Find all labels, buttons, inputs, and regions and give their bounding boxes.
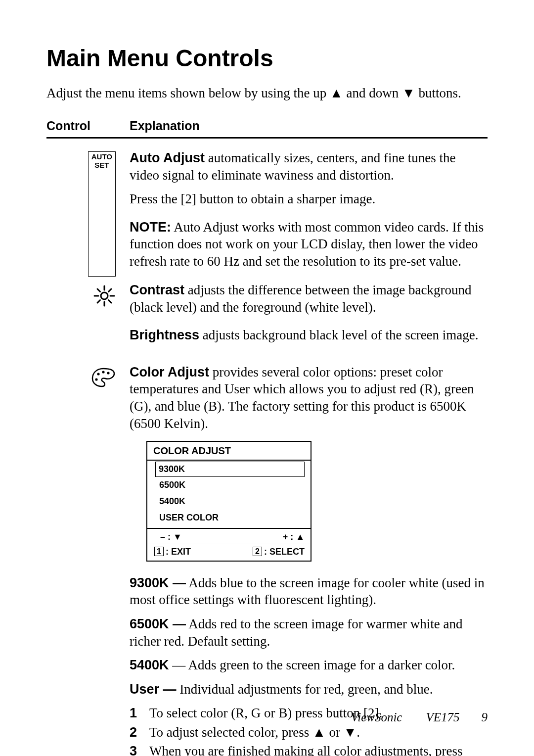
temp-user: User — Individual adjustments for red, g…	[130, 681, 488, 698]
osd-select-label: : SELECT	[264, 547, 305, 557]
auto-note-body: Auto Adjust works with most common video…	[130, 220, 484, 269]
brightness-label: Brightness	[130, 328, 199, 342]
row-color-adjust: Color Adjust provides several color opti…	[46, 364, 488, 756]
temp-6500k-label: 6500K —	[130, 616, 186, 631]
row-auto-adjust: AUTO SET Auto Adjust automatically sizes…	[46, 149, 488, 277]
step-1-text: To select color (R, G or B) press button…	[149, 705, 382, 722]
osd-buttons: 1: EXIT 2: SELECT	[147, 544, 311, 561]
table-header-row: Control Explanation	[46, 119, 488, 139]
auto-note: NOTE: Auto Adjust works with most common…	[130, 219, 488, 270]
svg-point-9	[97, 373, 99, 375]
step-3a: When you are finished making all color a…	[149, 744, 463, 756]
temp-5400k-body: — Adds green to the screen image for a d…	[169, 658, 455, 672]
temp-9300k-label: 9300K —	[130, 575, 186, 590]
col-explanation-head: Explanation	[130, 119, 488, 133]
auto-desc: Auto Adjust automatically sizes, centers…	[130, 149, 488, 184]
svg-line-7	[97, 300, 100, 303]
step-3: When you are finished making all color a…	[130, 743, 488, 756]
footer-brand: ViewSonic	[351, 710, 402, 724]
footer-model: VE175	[426, 710, 459, 724]
temp-6500k: 6500K — Adds red to the screen image for…	[130, 615, 488, 650]
color-label: Color Adjust	[130, 365, 209, 379]
step-2-text: To adjust selected color, press ▲ or ▼.	[149, 724, 360, 741]
osd-item-6500k: 6500K	[156, 477, 305, 493]
osd-list: 9300K 6500K 5400K USER COLOR	[147, 461, 311, 528]
brightness-body: adjusts background black level of the sc…	[199, 328, 479, 342]
svg-point-11	[107, 372, 109, 374]
row-contrast: Contrast adjusts the difference between …	[46, 282, 488, 351]
brightness-desc: Brightness adjusts background black leve…	[130, 327, 488, 344]
autoset-icon: AUTO SET	[88, 151, 116, 277]
temp-user-body: Individual adjustments for red, green, a…	[177, 682, 433, 697]
keycap-2-icon: 2	[253, 547, 262, 556]
osd-item-5400k: 5400K	[156, 493, 305, 510]
autoset-line2: SET	[91, 161, 112, 170]
col-control-head: Control	[46, 119, 130, 133]
osd-exit: 1: EXIT	[154, 546, 191, 558]
palette-icon	[91, 367, 116, 756]
page-title: Main Menu Controls	[46, 45, 488, 72]
page-footer: ViewSonicVE1759	[351, 710, 488, 724]
svg-point-10	[102, 371, 104, 373]
step-2: To adjust selected color, press ▲ or ▼.	[130, 724, 488, 741]
osd-item-user-color: USER COLOR	[156, 510, 305, 526]
auto-label: Auto Adjust	[130, 150, 205, 165]
temp-user-label: User —	[130, 682, 177, 697]
osd-nav-plus: + : ▲	[283, 531, 305, 543]
temp-5400k: 5400K — Adds green to the screen image f…	[130, 657, 488, 674]
osd-nav: – : ▼ + : ▲	[147, 528, 311, 544]
svg-line-8	[109, 289, 112, 292]
auto-press: Press the [2] button to obtain a sharper…	[130, 190, 488, 208]
osd-item-9300k: 9300K	[155, 462, 305, 477]
footer-page-number: 9	[482, 710, 488, 724]
svg-line-6	[109, 300, 112, 303]
brightness-icon	[93, 284, 116, 351]
contrast-desc: Contrast adjusts the difference between …	[130, 282, 488, 316]
intro-text: Adjust the menu items shown below by usi…	[46, 86, 488, 101]
autoset-line1: AUTO	[91, 153, 112, 161]
osd-exit-label: : EXIT	[166, 547, 191, 557]
keycap-1-icon: 1	[154, 547, 164, 556]
svg-line-5	[97, 289, 100, 292]
temp-9300k: 9300K — Adds blue to the screen image fo…	[130, 574, 488, 609]
osd-select: 2: SELECT	[253, 546, 305, 558]
svg-point-0	[101, 292, 108, 299]
osd-nav-minus: – : ▼	[160, 531, 182, 543]
svg-point-12	[95, 378, 97, 380]
osd-title: COLOR ADJUST	[147, 442, 311, 461]
color-desc: Color Adjust provides several color opti…	[130, 364, 488, 432]
contrast-label: Contrast	[130, 283, 184, 297]
osd-color-adjust: COLOR ADJUST 9300K 6500K 5400K USER COLO…	[146, 441, 312, 562]
temp-5400k-label: 5400K	[130, 658, 169, 672]
auto-note-label: NOTE:	[130, 220, 171, 235]
